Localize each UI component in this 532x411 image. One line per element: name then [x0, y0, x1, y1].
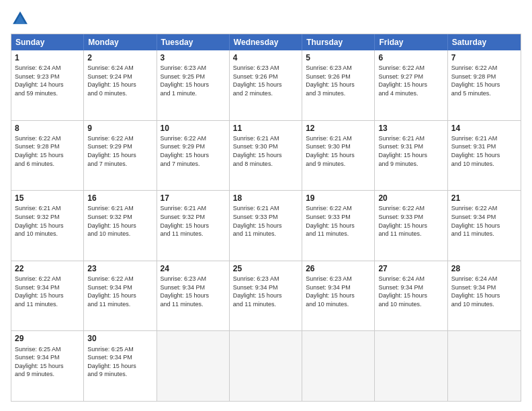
day-number: 25	[233, 263, 298, 274]
day-number: 29	[15, 333, 80, 344]
empty-cell	[448, 331, 521, 401]
logo-icon	[11, 9, 30, 28]
day-cell-24: 24Sunrise: 6:23 AM Sunset: 9:34 PM Dayli…	[157, 261, 230, 331]
day-cell-15: 15Sunrise: 6:21 AM Sunset: 9:32 PM Dayli…	[11, 191, 84, 261]
day-cell-25: 25Sunrise: 6:23 AM Sunset: 9:34 PM Dayli…	[230, 261, 302, 331]
day-cell-4: 4Sunrise: 6:23 AM Sunset: 9:26 PM Daylig…	[230, 50, 302, 120]
day-cell-7: 7Sunrise: 6:22 AM Sunset: 9:28 PM Daylig…	[448, 50, 521, 120]
day-number: 12	[306, 123, 371, 134]
day-info: Sunrise: 6:23 AM Sunset: 9:25 PM Dayligh…	[161, 64, 226, 97]
day-number: 11	[233, 123, 298, 134]
day-cell-17: 17Sunrise: 6:21 AM Sunset: 9:32 PM Dayli…	[157, 191, 230, 261]
calendar-week-2: 8Sunrise: 6:22 AM Sunset: 9:28 PM Daylig…	[11, 121, 521, 191]
day-header-saturday: Saturday	[448, 34, 521, 50]
day-info: Sunrise: 6:23 AM Sunset: 9:34 PM Dayligh…	[233, 275, 298, 308]
day-number: 8	[15, 123, 80, 134]
day-info: Sunrise: 6:23 AM Sunset: 9:34 PM Dayligh…	[306, 275, 371, 308]
day-cell-30: 30Sunrise: 6:25 AM Sunset: 9:34 PM Dayli…	[84, 331, 157, 401]
day-info: Sunrise: 6:21 AM Sunset: 9:32 PM Dayligh…	[87, 204, 152, 238]
empty-cell	[375, 331, 447, 401]
day-number: 23	[87, 263, 152, 274]
day-info: Sunrise: 6:23 AM Sunset: 9:26 PM Dayligh…	[306, 64, 371, 97]
day-info: Sunrise: 6:24 AM Sunset: 9:34 PM Dayligh…	[378, 275, 443, 308]
day-header-tuesday: Tuesday	[157, 34, 230, 50]
day-number: 16	[87, 193, 152, 203]
day-info: Sunrise: 6:24 AM Sunset: 9:34 PM Dayligh…	[451, 275, 517, 308]
day-number: 2	[87, 52, 152, 63]
day-cell-22: 22Sunrise: 6:22 AM Sunset: 9:34 PM Dayli…	[11, 261, 84, 331]
day-number: 7	[451, 52, 517, 63]
calendar-week-3: 15Sunrise: 6:21 AM Sunset: 9:32 PM Dayli…	[11, 191, 521, 261]
day-cell-3: 3Sunrise: 6:23 AM Sunset: 9:25 PM Daylig…	[157, 50, 230, 120]
day-cell-23: 23Sunrise: 6:22 AM Sunset: 9:34 PM Dayli…	[84, 261, 157, 331]
empty-cell	[157, 331, 230, 401]
empty-cell	[230, 331, 302, 401]
day-cell-21: 21Sunrise: 6:22 AM Sunset: 9:34 PM Dayli…	[448, 191, 521, 261]
day-info: Sunrise: 6:25 AM Sunset: 9:34 PM Dayligh…	[87, 345, 152, 379]
day-number: 20	[378, 193, 443, 203]
calendar-week-5: 29Sunrise: 6:25 AM Sunset: 9:34 PM Dayli…	[11, 331, 521, 401]
day-number: 30	[87, 333, 152, 344]
day-cell-29: 29Sunrise: 6:25 AM Sunset: 9:34 PM Dayli…	[11, 331, 84, 401]
day-info: Sunrise: 6:22 AM Sunset: 9:34 PM Dayligh…	[87, 275, 152, 308]
day-header-thursday: Thursday	[302, 34, 375, 50]
day-number: 17	[161, 193, 226, 203]
day-cell-5: 5Sunrise: 6:23 AM Sunset: 9:26 PM Daylig…	[302, 50, 375, 120]
day-number: 13	[378, 123, 443, 134]
day-header-sunday: Sunday	[11, 34, 84, 50]
calendar: SundayMondayTuesdayWednesdayThursdayFrid…	[11, 34, 521, 402]
day-number: 9	[87, 123, 152, 134]
day-cell-10: 10Sunrise: 6:22 AM Sunset: 9:29 PM Dayli…	[157, 121, 230, 191]
day-number: 28	[451, 263, 517, 274]
day-number: 15	[15, 193, 80, 203]
day-cell-9: 9Sunrise: 6:22 AM Sunset: 9:29 PM Daylig…	[84, 121, 157, 191]
day-info: Sunrise: 6:21 AM Sunset: 9:33 PM Dayligh…	[233, 204, 298, 238]
day-info: Sunrise: 6:21 AM Sunset: 9:32 PM Dayligh…	[15, 204, 80, 238]
day-info: Sunrise: 6:21 AM Sunset: 9:30 PM Dayligh…	[233, 134, 298, 168]
day-cell-13: 13Sunrise: 6:21 AM Sunset: 9:31 PM Dayli…	[375, 121, 447, 191]
day-number: 3	[161, 52, 226, 63]
day-number: 22	[15, 263, 80, 274]
day-cell-1: 1Sunrise: 6:24 AM Sunset: 9:23 PM Daylig…	[11, 50, 84, 120]
day-cell-16: 16Sunrise: 6:21 AM Sunset: 9:32 PM Dayli…	[84, 191, 157, 261]
day-info: Sunrise: 6:23 AM Sunset: 9:34 PM Dayligh…	[161, 275, 226, 308]
header	[11, 9, 521, 28]
day-info: Sunrise: 6:25 AM Sunset: 9:34 PM Dayligh…	[15, 345, 80, 379]
day-info: Sunrise: 6:21 AM Sunset: 9:31 PM Dayligh…	[378, 134, 443, 168]
day-cell-27: 27Sunrise: 6:24 AM Sunset: 9:34 PM Dayli…	[375, 261, 447, 331]
calendar-week-4: 22Sunrise: 6:22 AM Sunset: 9:34 PM Dayli…	[11, 261, 521, 332]
calendar-week-1: 1Sunrise: 6:24 AM Sunset: 9:23 PM Daylig…	[11, 50, 521, 121]
day-cell-19: 19Sunrise: 6:22 AM Sunset: 9:33 PM Dayli…	[302, 191, 375, 261]
day-cell-8: 8Sunrise: 6:22 AM Sunset: 9:28 PM Daylig…	[11, 121, 84, 191]
day-info: Sunrise: 6:22 AM Sunset: 9:28 PM Dayligh…	[451, 64, 517, 97]
day-info: Sunrise: 6:22 AM Sunset: 9:33 PM Dayligh…	[378, 204, 443, 238]
day-number: 14	[451, 123, 517, 134]
day-info: Sunrise: 6:24 AM Sunset: 9:24 PM Dayligh…	[87, 64, 152, 97]
day-cell-20: 20Sunrise: 6:22 AM Sunset: 9:33 PM Dayli…	[375, 191, 447, 261]
empty-cell	[302, 331, 375, 401]
day-number: 6	[378, 52, 443, 63]
day-number: 24	[161, 263, 226, 274]
day-header-friday: Friday	[375, 34, 447, 50]
day-info: Sunrise: 6:21 AM Sunset: 9:30 PM Dayligh…	[306, 134, 371, 168]
day-info: Sunrise: 6:22 AM Sunset: 9:34 PM Dayligh…	[15, 275, 80, 308]
day-info: Sunrise: 6:22 AM Sunset: 9:33 PM Dayligh…	[306, 204, 371, 238]
day-number: 21	[451, 193, 517, 203]
day-number: 5	[306, 52, 371, 63]
day-number: 26	[306, 263, 371, 274]
day-cell-18: 18Sunrise: 6:21 AM Sunset: 9:33 PM Dayli…	[230, 191, 302, 261]
day-number: 18	[233, 193, 298, 203]
day-cell-26: 26Sunrise: 6:23 AM Sunset: 9:34 PM Dayli…	[302, 261, 375, 331]
day-info: Sunrise: 6:21 AM Sunset: 9:31 PM Dayligh…	[451, 134, 517, 168]
day-info: Sunrise: 6:23 AM Sunset: 9:26 PM Dayligh…	[233, 64, 298, 97]
day-info: Sunrise: 6:22 AM Sunset: 9:28 PM Dayligh…	[15, 134, 80, 168]
day-header-monday: Monday	[84, 34, 157, 50]
calendar-body: 1Sunrise: 6:24 AM Sunset: 9:23 PM Daylig…	[11, 50, 521, 401]
day-cell-2: 2Sunrise: 6:24 AM Sunset: 9:24 PM Daylig…	[84, 50, 157, 120]
day-header-wednesday: Wednesday	[230, 34, 302, 50]
day-cell-12: 12Sunrise: 6:21 AM Sunset: 9:30 PM Dayli…	[302, 121, 375, 191]
day-number: 4	[233, 52, 298, 63]
logo	[11, 9, 32, 28]
day-cell-6: 6Sunrise: 6:22 AM Sunset: 9:27 PM Daylig…	[375, 50, 447, 120]
day-number: 10	[161, 123, 226, 134]
